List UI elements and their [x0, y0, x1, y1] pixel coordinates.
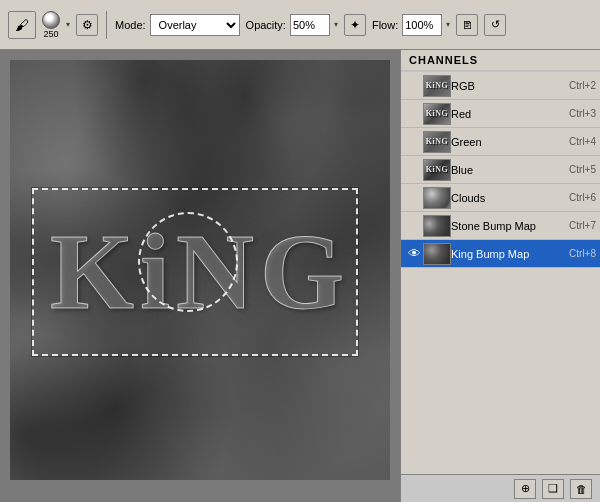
channel-shortcut-green: Ctrl+4: [569, 136, 596, 147]
thumb-green: KiNG: [423, 131, 451, 153]
eye-king: 👁: [405, 246, 423, 261]
airbrush-icon: ✦: [350, 18, 360, 32]
channels-panel: CHANNELS KiNG RGB Ctrl+2 KiNG Red Ctrl+3: [400, 50, 600, 502]
brush-options-button[interactable]: ⚙: [76, 14, 98, 36]
channel-name-rgb: RGB: [451, 80, 567, 92]
opacity-value: 50%: [293, 19, 315, 31]
flow-value: 100%: [405, 19, 433, 31]
thumb-stone: [423, 215, 451, 237]
channel-list: KiNG RGB Ctrl+2 KiNG Red Ctrl+3 KiNG: [401, 72, 600, 474]
opacity-input[interactable]: 50%: [290, 14, 330, 36]
flow-group: Flow: 100% ▾: [372, 14, 450, 36]
flow-input[interactable]: 100%: [402, 14, 442, 36]
channel-shortcut-red: Ctrl+3: [569, 108, 596, 119]
extra-tool-1[interactable]: 🖹: [456, 14, 478, 36]
channel-name-stone: Stone Bump Map: [451, 220, 567, 232]
separator-1: [106, 11, 107, 39]
toolbar: 🖌 250 ▾ ⚙ Mode: Overlay Opacity: 50% ▾ ✦…: [0, 0, 600, 50]
new-channel-icon: ⊕: [521, 482, 530, 495]
channel-row-rgb[interactable]: KiNG RGB Ctrl+2: [401, 72, 600, 100]
brush-icon: 🖌: [15, 17, 29, 33]
channel-row-clouds[interactable]: Clouds Ctrl+6: [401, 184, 600, 212]
mode-label: Mode:: [115, 19, 146, 31]
thumb-king: [423, 243, 451, 265]
flow-label: Flow:: [372, 19, 398, 31]
opacity-label: Opacity:: [246, 19, 286, 31]
duplicate-channel-button[interactable]: ❑: [542, 479, 564, 499]
mode-dropdown[interactable]: Overlay: [150, 14, 240, 36]
options-icon: ⚙: [82, 18, 93, 32]
delete-icon: 🗑: [576, 483, 587, 495]
channel-row-blue[interactable]: KiNG Blue Ctrl+5: [401, 156, 600, 184]
brush-preview: [42, 11, 60, 29]
channels-title: CHANNELS: [409, 54, 478, 66]
delete-channel-button[interactable]: 🗑: [570, 479, 592, 499]
channel-name-clouds: Clouds: [451, 192, 567, 204]
thumb-blue: KiNG: [423, 159, 451, 181]
channel-row-green[interactable]: KiNG Green Ctrl+4: [401, 128, 600, 156]
thumb-red: KiNG: [423, 103, 451, 125]
mode-group: Mode: Overlay: [115, 14, 240, 36]
thumb-rgb: KiNG: [423, 75, 451, 97]
channel-name-red: Red: [451, 108, 567, 120]
brush-size-dropdown-arrow[interactable]: ▾: [66, 20, 70, 29]
opacity-arrow[interactable]: ▾: [334, 20, 338, 29]
channel-name-green: Green: [451, 136, 567, 148]
thumb-clouds: [423, 187, 451, 209]
extra-icon-2: ↺: [491, 18, 500, 31]
canvas-area: KiNG: [0, 50, 400, 502]
brush-size-value: 250: [43, 29, 58, 39]
flow-arrow[interactable]: ▾: [446, 20, 450, 29]
extra-tool-2[interactable]: ↺: [484, 14, 506, 36]
brush-tool-button[interactable]: 🖌: [8, 11, 36, 39]
channel-row-king[interactable]: 👁 King Bump Map Ctrl+8: [401, 240, 600, 268]
channel-shortcut-king: Ctrl+8: [569, 248, 596, 259]
channel-name-king: King Bump Map: [451, 248, 567, 260]
canvas: KiNG: [10, 60, 390, 480]
main-area: KiNG CHANNELS KiNG RGB Ctrl+2: [0, 50, 600, 502]
channel-row-stone[interactable]: Stone Bump Map Ctrl+7: [401, 212, 600, 240]
channel-shortcut-blue: Ctrl+5: [569, 164, 596, 175]
brush-size-control: 250: [42, 11, 60, 39]
extra-icon-1: 🖹: [462, 19, 473, 31]
channels-tab[interactable]: CHANNELS: [401, 50, 600, 72]
king-text: KiNG: [50, 210, 350, 334]
channel-shortcut-stone: Ctrl+7: [569, 220, 596, 231]
bottom-panel: ⊕ ❑ 🗑: [401, 474, 600, 502]
channel-shortcut-rgb: Ctrl+2: [569, 80, 596, 91]
channel-row-red[interactable]: KiNG Red Ctrl+3: [401, 100, 600, 128]
duplicate-icon: ❑: [548, 482, 558, 495]
channel-name-blue: Blue: [451, 164, 567, 176]
new-channel-button[interactable]: ⊕: [514, 479, 536, 499]
channel-shortcut-clouds: Ctrl+6: [569, 192, 596, 203]
opacity-group: Opacity: 50% ▾: [246, 14, 338, 36]
airbrush-button[interactable]: ✦: [344, 14, 366, 36]
